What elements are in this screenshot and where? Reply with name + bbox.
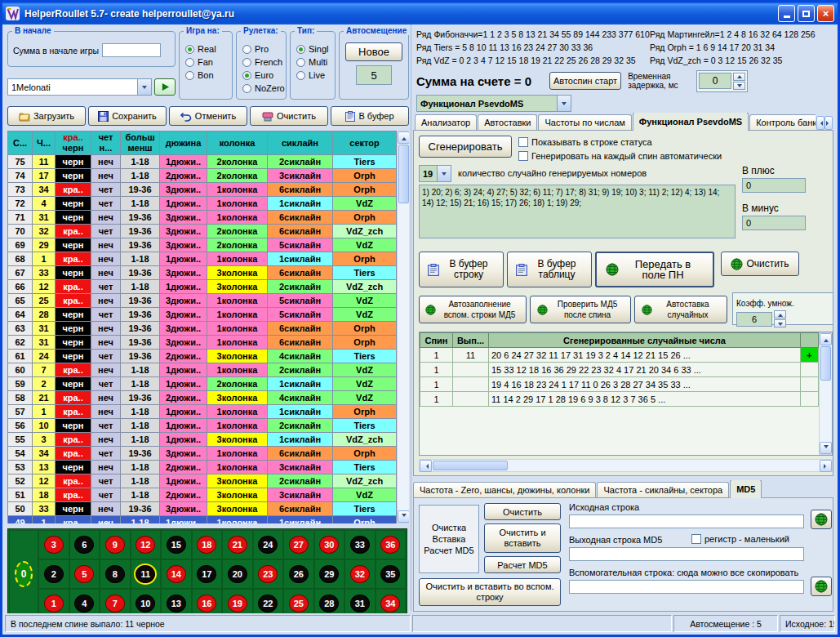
history-row[interactable]: 7417черннеч1-182дюжи..2колонка3сиклайнOr… xyxy=(8,169,397,183)
board-cell-3[interactable]: 3 xyxy=(38,530,69,559)
col-spin[interactable]: С... xyxy=(8,131,33,155)
coef-down-button[interactable] xyxy=(774,319,786,327)
gen-table-hscrollbar[interactable] xyxy=(419,459,833,472)
scroll-up-button[interactable] xyxy=(820,333,832,345)
function-combo-arrow[interactable] xyxy=(557,96,571,111)
board-cell-11[interactable]: 11 xyxy=(131,559,162,589)
tab-1[interactable]: Анализатор xyxy=(415,114,477,131)
undo-button[interactable]: Отменить xyxy=(169,106,247,126)
buffer-row-button[interactable]: В буфер строку xyxy=(419,252,504,287)
eraser-button[interactable]: Очистить xyxy=(250,106,328,126)
md5-output-input[interactable] xyxy=(569,547,804,561)
floppy-button[interactable]: Сохранить xyxy=(88,106,167,126)
tab-5[interactable]: Контроль банкрол xyxy=(749,114,816,131)
function-combo[interactable]: Функционал PsevdoMS xyxy=(416,95,571,112)
history-row[interactable]: 7131черннеч19-363дюжи..1колонка6сиклайнO… xyxy=(8,211,397,225)
preset-combo[interactable]: 1Melonati xyxy=(7,78,152,96)
tab-2[interactable]: Частота - сиклайны, сектора xyxy=(597,482,729,498)
preset-combo-arrow[interactable] xyxy=(137,79,151,95)
history-row[interactable]: 6733черннеч19-363дюжи..3колонка6сиклайнT… xyxy=(8,266,397,280)
board-cell-5[interactable]: 5 xyxy=(69,559,100,589)
history-row[interactable]: 5033черннеч19-363дюжи..3колонка6сиклайнT… xyxy=(8,502,397,516)
coef-up-button[interactable] xyxy=(774,310,786,318)
history-row[interactable]: 5118кра..чет1-182дюжи..3колонка3сиклайнV… xyxy=(8,488,397,502)
radio-Bon[interactable]: Bon xyxy=(185,69,229,82)
count-combo[interactable]: 19 xyxy=(419,165,451,182)
board-cell-2[interactable]: 2 xyxy=(38,559,69,589)
history-row[interactable]: 607кра..неч1-181дюжи..1колонка2сиклайнVd… xyxy=(8,363,397,377)
board-cell-12[interactable]: 12 xyxy=(131,530,162,559)
history-row[interactable]: 6231черннеч19-363дюжи..1колонка6сиклайнO… xyxy=(8,336,397,350)
board-cell-33[interactable]: 33 xyxy=(344,530,376,559)
tab-1[interactable]: Частота - Zero, шансы, дюжины, колонки xyxy=(413,482,596,498)
board-cell-36[interactable]: 36 xyxy=(376,530,407,559)
history-scrollbar[interactable] xyxy=(397,131,409,523)
md5-clear-paste-aux-button[interactable]: Очистить и вставить во вспом. строку xyxy=(419,578,561,606)
board-cell-17[interactable]: 17 xyxy=(192,559,223,589)
history-row[interactable]: 6124чернчет19-362дюжи..3колонка4сиклайнT… xyxy=(8,350,397,363)
start-sum-input[interactable] xyxy=(102,43,161,57)
show-status-checkbox[interactable] xyxy=(518,137,528,147)
board-cell-26[interactable]: 26 xyxy=(283,559,314,589)
tab-3[interactable]: MD5 xyxy=(730,480,762,498)
scroll-down-button[interactable] xyxy=(820,442,832,454)
history-row[interactable]: 571кра..неч1-181дюжи..1колонка1сиклайнOr… xyxy=(8,405,397,419)
history-row[interactable]: 724чернчет1-181дюжи..1колонка1сиклайнVdZ xyxy=(8,197,397,211)
col-number[interactable]: Ч... xyxy=(33,131,56,155)
md5-aux-globe-button[interactable] xyxy=(811,577,832,596)
buffer-table-button[interactable]: В буфер таблицу xyxy=(507,252,592,287)
md5-source-input[interactable] xyxy=(569,514,804,528)
delay-up-button[interactable] xyxy=(733,73,745,81)
generated-numbers-field[interactable]: 1) 20; 2) 6; 3) 24; 4) 27; 5) 32; 6) 11;… xyxy=(419,185,736,238)
show-status-checkbox-row[interactable]: Показывать в строке статуса xyxy=(518,137,652,147)
history-row[interactable]: 6331черннеч19-363дюжи..1колонка6сиклайнO… xyxy=(8,322,397,336)
radio-Fan[interactable]: Fan xyxy=(185,56,229,69)
history-row[interactable]: 5821кра..неч19-362дюжи..3колонка4сиклайн… xyxy=(8,391,397,405)
generated-row[interactable]: 111 14 2 29 17 1 28 19 6 9 3 8 12 3 7 36… xyxy=(420,392,819,407)
tab-scroll-right-button[interactable] xyxy=(824,116,833,130)
board-cell-20[interactable]: 20 xyxy=(222,559,253,589)
auto-generate-checkbox[interactable] xyxy=(518,151,528,161)
history-row[interactable]: 6612кра..чет1-181дюжи..3колонка2сиклайнV… xyxy=(8,280,397,294)
radio-Euro[interactable]: Euro xyxy=(242,69,282,82)
scroll-thumb[interactable] xyxy=(820,346,831,381)
radio-Multi[interactable]: Multi xyxy=(296,56,331,69)
history-row[interactable]: 491кра..неч1-181дюжи..1колонка1сиклайнOr… xyxy=(8,516,397,524)
board-cell-0[interactable]: 0 xyxy=(9,530,38,618)
tab-scroll-left-button[interactable] xyxy=(816,116,824,130)
history-row[interactable]: 681кра..неч1-181дюжи..1колонка1сиклайнOr… xyxy=(8,252,397,266)
tab-4[interactable]: Функционал PsevdoMS xyxy=(633,113,749,131)
clear-generated-button[interactable]: Очистить xyxy=(721,252,799,276)
close-button[interactable]: × xyxy=(817,5,834,22)
history-row[interactable]: 5313черннеч1-182дюжи..1колонка3сиклайнTi… xyxy=(8,461,397,474)
board-cell-9[interactable]: 9 xyxy=(100,530,131,559)
delay-down-button[interactable] xyxy=(733,82,745,90)
clipboard-button[interactable]: В буфер xyxy=(331,106,409,126)
tab-2[interactable]: Автоставки xyxy=(478,114,537,131)
history-row[interactable]: 5610чернчет1-181дюжи..1колонка2сиклайнTi… xyxy=(8,419,397,433)
board-cell-32[interactable]: 32 xyxy=(344,559,376,589)
board-cell-35[interactable]: 35 xyxy=(376,559,407,589)
radio-Real[interactable]: Real xyxy=(185,42,229,56)
scroll-left-button[interactable] xyxy=(420,460,432,472)
col-sixline[interactable]: сиклайн xyxy=(268,131,333,155)
board-cell-8[interactable]: 8 xyxy=(100,559,131,589)
history-row[interactable]: 6929черннеч19-363дюжи..2колонка5сиклайнV… xyxy=(8,238,397,252)
scroll-down-button[interactable] xyxy=(398,510,409,523)
md5-source-globe-button[interactable] xyxy=(811,510,832,529)
col-parity[interactable]: четн... xyxy=(91,131,121,155)
scroll-right-button[interactable] xyxy=(820,460,832,472)
history-row[interactable]: 7511черннеч1-181дюжи..2колонка2сиклайнTi… xyxy=(8,155,397,169)
col-range[interactable]: большменш xyxy=(121,131,160,155)
radio-NoZero[interactable]: NoZero xyxy=(242,82,282,95)
minimize-button[interactable] xyxy=(778,5,795,22)
radio-Pro[interactable]: Pro xyxy=(242,42,282,56)
col-sector[interactable]: сектор xyxy=(333,131,397,155)
generate-button[interactable]: Сгенерировать xyxy=(419,136,512,158)
history-row[interactable]: 5434кра..чет19-363дюжи..1колонка6сиклайн… xyxy=(8,447,397,461)
auto-generate-checkbox-row[interactable]: Генерировать на каждый спин автоматическ… xyxy=(518,151,722,161)
autospin-start-button[interactable]: Автоспин старт xyxy=(549,72,621,90)
count-combo-arrow[interactable] xyxy=(437,166,451,181)
col-column[interactable]: колонка xyxy=(207,131,268,155)
board-cell-29[interactable]: 29 xyxy=(314,559,345,589)
